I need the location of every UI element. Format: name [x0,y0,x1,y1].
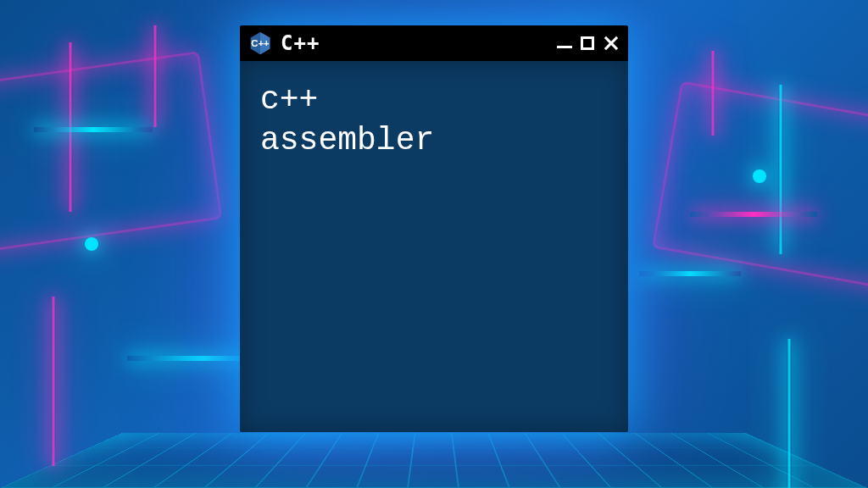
maximize-button[interactable] [581,36,594,50]
cpp-icon: C++ [248,31,272,55]
terminal-body[interactable]: c++ assembler [240,61,628,432]
terminal-line: c++ [260,80,608,120]
window-controls [557,35,620,52]
close-button[interactable] [603,35,620,52]
window-titlebar[interactable]: C++ C++ [240,25,628,61]
terminal-line: assembler [260,120,608,161]
svg-text:C++: C++ [251,38,270,48]
minimize-button[interactable] [557,46,572,48]
terminal-window: C++ C++ c++ assembler [240,25,628,432]
window-title: C++ [281,31,320,55]
